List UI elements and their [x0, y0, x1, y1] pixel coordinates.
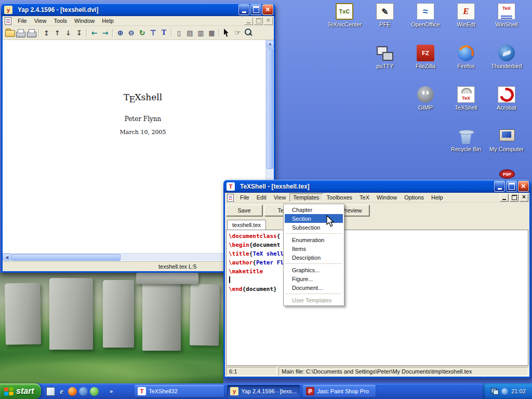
child-minimize-button[interactable] — [244, 17, 253, 25]
menu-item[interactable]: Help — [98, 17, 117, 25]
desktop-icon[interactable]: ✎ PFE — [365, 3, 405, 45]
desktop-icon[interactable]: My Computer — [486, 128, 527, 169]
menu-option[interactable]: Description — [285, 253, 343, 262]
desktop-icon[interactable]: puTTY — [365, 45, 405, 86]
taskbar-task-button[interactable]: Yap 2.4.1596 - [texs... — [227, 385, 300, 397]
menu-option[interactable] — [285, 232, 343, 235]
toolbar-icon[interactable]: ↻ — [137, 28, 148, 38]
desktop-icon[interactable]: Thunderbird — [486, 45, 527, 86]
toolbar-icon[interactable] — [15, 28, 26, 38]
child-close-button[interactable] — [264, 17, 273, 25]
toolbar-icon[interactable] — [112, 29, 113, 37]
menu-option[interactable]: Figure... — [285, 274, 343, 283]
toolbar-icon[interactable] — [38, 29, 39, 37]
desktop-icon[interactable]: TxC TeXnicCenter — [324, 3, 365, 45]
menu-option[interactable]: Graphics... — [285, 265, 343, 274]
desktop-icon[interactable]: ≈ OpenOffice — [405, 3, 446, 45]
menu-item[interactable]: Toolboxes — [323, 193, 356, 202]
child-restore-button[interactable] — [510, 194, 518, 202]
menu-item[interactable]: Tools — [50, 17, 71, 25]
child-close-button[interactable] — [520, 194, 528, 202]
minimize-button[interactable] — [494, 181, 505, 192]
toolbar-icon[interactable]: ↥ — [41, 28, 52, 38]
toolbar-icon[interactable] — [5, 28, 15, 38]
menu-item[interactable]: Templates — [289, 193, 323, 202]
menu-option[interactable]: User Templates — [285, 296, 343, 304]
toolbar-icon[interactable]: ☞ — [232, 28, 243, 38]
desktop-icon[interactable]: TeX TeXShell — [446, 86, 486, 128]
minimize-button[interactable] — [238, 4, 249, 15]
toolbar-icon[interactable] — [26, 28, 37, 38]
tray-icon[interactable] — [501, 388, 508, 395]
menu-item[interactable]: View — [270, 193, 290, 202]
menu-item[interactable]: File — [236, 193, 253, 202]
desktop-icon[interactable]: TeX WinShell — [486, 3, 527, 45]
menu-item[interactable]: Window — [71, 17, 98, 25]
toolbar-button[interactable]: Save — [226, 205, 262, 216]
toolbar-icon[interactable] — [219, 29, 220, 37]
desktop-icon[interactable]: Recycle Bin — [446, 128, 486, 169]
texshell-titlebar[interactable]: TeXShell - [texshell.tex] — [223, 180, 531, 193]
tab-texshell-tex[interactable]: texshell.tex — [227, 220, 266, 230]
horizontal-scroll-thumb[interactable] — [11, 254, 121, 261]
menu-item[interactable]: TeX — [356, 193, 373, 202]
close-button[interactable] — [518, 181, 529, 192]
desktop-icon[interactable]: E WinEdt — [446, 3, 486, 45]
quicklaunch-icon[interactable] — [68, 387, 77, 396]
quicklaunch-overflow-chevron[interactable]: » — [110, 388, 113, 394]
stone — [190, 284, 220, 346]
child-restore-button[interactable] — [254, 17, 263, 25]
toolbar-icon[interactable] — [221, 28, 232, 38]
taskbar-task-button[interactable]: Jasc Paint Shop Pro — [303, 385, 376, 397]
toolbar-icon[interactable]: ▤ — [184, 28, 195, 38]
toolbar-icon[interactable]: ⊤ — [148, 28, 158, 38]
toolbar-icon[interactable]: ▥ — [195, 28, 206, 38]
close-button[interactable] — [262, 4, 273, 15]
menu-item[interactable]: Help — [428, 193, 447, 202]
toolbar-icon[interactable]: ↧ — [74, 28, 85, 38]
code-editor[interactable]: \documentclass{\begin{document\title{TeX… — [226, 230, 528, 366]
desktop-icon[interactable]: Acrobat — [486, 86, 527, 128]
toolbar-icon[interactable]: → — [100, 28, 111, 38]
menu-item[interactable]: Window — [373, 193, 401, 202]
quicklaunch-icon[interactable] — [57, 387, 66, 396]
scroll-left-button[interactable]: ◀ — [3, 254, 11, 261]
menu-item[interactable]: Edit — [253, 193, 270, 202]
menu-option[interactable]: Enumeration — [285, 235, 343, 244]
toolbar-icon[interactable]: ↑ — [52, 28, 63, 38]
toolbar-icon[interactable]: T — [158, 28, 169, 38]
vertical-scroll-thumb[interactable] — [267, 48, 273, 169]
tray-icon[interactable] — [491, 388, 499, 395]
start-button[interactable]: start — [0, 383, 41, 399]
toolbar-icon[interactable]: ▯ — [174, 28, 184, 38]
desktop-icon[interactable]: GIMP — [405, 86, 446, 128]
taskbar-task-button[interactable]: TeXShell32 — [135, 385, 224, 397]
toolbar-icon[interactable] — [86, 29, 87, 37]
menu-option[interactable] — [285, 262, 343, 265]
toolbar-icon[interactable]: ← — [89, 28, 100, 38]
quicklaunch-icon[interactable] — [46, 387, 55, 396]
toolbar-icon[interactable]: ⊖ — [126, 28, 137, 38]
desktop-icon[interactable]: Firefox — [446, 45, 486, 86]
menu-item[interactable]: View — [31, 17, 50, 25]
child-minimize-button[interactable] — [500, 194, 509, 202]
toolbar-icon[interactable]: ▦ — [206, 28, 217, 38]
quicklaunch-icon[interactable] — [79, 387, 88, 396]
menu-item[interactable]: Options — [401, 193, 428, 202]
toolbar-icon[interactable]: ⊕ — [115, 28, 126, 38]
maximize-button[interactable] — [506, 181, 517, 192]
toolbar-icon[interactable] — [171, 29, 172, 37]
desktop-icon-psp[interactable]: PSP — [491, 169, 523, 179]
scroll-up-button[interactable]: ▲ — [266, 40, 274, 48]
menu-option[interactable]: Items — [285, 244, 343, 253]
toolbar-icon[interactable]: ↓ — [63, 28, 74, 38]
desktop-icon[interactable]: FZ FileZilla — [405, 45, 446, 86]
toolbar-icon[interactable] — [243, 28, 254, 38]
menu-option[interactable]: Document... — [285, 283, 343, 292]
yap-titlebar[interactable]: Yap 2.4.1596 - [texshell.dvi] — [1, 3, 275, 16]
menu-option[interactable] — [285, 292, 343, 296]
menu-item[interactable]: File — [14, 17, 31, 25]
menu-option[interactable]: Chapter — [285, 205, 343, 214]
maximize-button[interactable] — [250, 4, 261, 15]
quicklaunch-icon[interactable] — [90, 387, 99, 396]
